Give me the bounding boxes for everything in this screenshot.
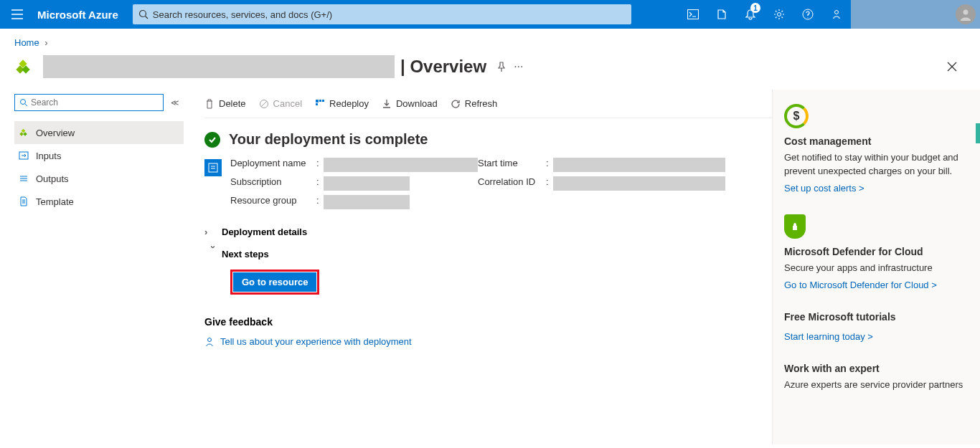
- redeploy-button[interactable]: Redeploy: [315, 98, 369, 109]
- sidebar-item-label: Inputs: [36, 151, 61, 161]
- delete-label: Delete: [219, 98, 246, 109]
- notif-badge: 1: [750, 3, 760, 13]
- svg-rect-15: [316, 100, 319, 103]
- redacted-value: [324, 158, 478, 172]
- section-title: Microsoft Defender for Cloud: [784, 246, 969, 257]
- delete-button[interactable]: Delete: [204, 98, 246, 109]
- cloud-shell-icon[interactable]: [679, 0, 707, 29]
- field-label: Start time: [478, 158, 546, 172]
- more-icon[interactable]: ···: [514, 60, 523, 73]
- svg-point-20: [208, 338, 212, 341]
- center-pane: Delete Cancel Redeploy Download Refresh: [186, 90, 772, 444]
- feedback-link-label: Tell us about your experience with deplo…: [220, 336, 412, 347]
- header-right: 1: [679, 0, 980, 29]
- section-title: Cost management: [784, 135, 969, 147]
- section-title: Work with an expert: [784, 363, 969, 374]
- breadcrumb: Home ›: [0, 29, 980, 51]
- help-icon[interactable]: [793, 0, 822, 29]
- tutorials-link[interactable]: Start learning today >: [784, 331, 873, 342]
- inputs-icon: [17, 151, 30, 161]
- avatar-icon: [956, 4, 976, 24]
- cancel-button: Cancel: [259, 98, 302, 109]
- sidebar: ≪ Overview Inputs Outputs Template: [0, 90, 186, 444]
- page-header: | Overview ···: [0, 51, 980, 78]
- sidebar-item-label: Outputs: [36, 173, 69, 184]
- svg-rect-10: [19, 132, 24, 136]
- field-label: Deployment name: [230, 158, 316, 172]
- sidebar-collapse-icon[interactable]: ≪: [171, 98, 179, 108]
- close-icon[interactable]: [947, 62, 957, 72]
- sidebar-search[interactable]: [14, 94, 164, 111]
- deployment-icon: [204, 159, 222, 176]
- svg-point-5: [963, 10, 969, 15]
- feedback-heading: Give feedback: [204, 316, 772, 328]
- template-icon: [17, 196, 30, 206]
- svg-rect-19: [209, 163, 217, 172]
- overview-icon: [17, 128, 30, 138]
- refresh-button[interactable]: Refresh: [451, 98, 498, 109]
- hamburger-menu-icon[interactable]: [0, 9, 34, 19]
- resource-icon: [14, 55, 37, 78]
- field-label: Subscription: [230, 176, 316, 191]
- main-layout: ≪ Overview Inputs Outputs Template Delet…: [0, 90, 980, 444]
- svg-rect-18: [316, 103, 318, 105]
- deployment-details-expander[interactable]: › Deployment details: [204, 227, 772, 237]
- feedback-icon[interactable]: [822, 0, 851, 29]
- sidebar-item-label: Overview: [36, 128, 75, 138]
- svg-rect-17: [322, 100, 324, 102]
- redacted-value: [553, 158, 725, 172]
- redacted-value: [324, 195, 410, 209]
- global-search-input[interactable]: [153, 9, 626, 20]
- pin-icon[interactable]: [496, 62, 507, 72]
- expander-label: Deployment details: [222, 227, 307, 237]
- sidebar-item-template[interactable]: Template: [14, 190, 186, 213]
- colon: :: [546, 176, 549, 191]
- download-label: Download: [396, 98, 438, 109]
- svg-point-9: [21, 100, 26, 105]
- section-text: Get notified to stay within your budget …: [784, 151, 969, 178]
- breadcrumb-home[interactable]: Home: [14, 37, 39, 48]
- colon: :: [546, 158, 549, 172]
- sidebar-item-inputs[interactable]: Inputs: [14, 144, 186, 167]
- brand-label[interactable]: Microsoft Azure: [34, 9, 133, 21]
- colon: :: [316, 195, 319, 209]
- sidebar-item-outputs[interactable]: Outputs: [14, 167, 186, 190]
- defender-link[interactable]: Go to Microsoft Defender for Cloud >: [784, 280, 937, 290]
- section-text: Secure your apps and infrastructure: [784, 262, 969, 275]
- cost-alerts-link[interactable]: Set up cost alerts >: [784, 183, 864, 194]
- sidebar-item-label: Template: [36, 196, 74, 207]
- next-steps-expander[interactable]: › Next steps: [204, 249, 772, 259]
- go-to-resource-button[interactable]: Go to resource: [233, 272, 316, 292]
- global-search[interactable]: [133, 4, 631, 24]
- section-title: Free Microsoft tutorials: [784, 311, 969, 323]
- redeploy-label: Redeploy: [329, 98, 369, 109]
- redacted-value: [324, 176, 410, 191]
- field-label: Resource group: [230, 195, 316, 209]
- settings-icon[interactable]: [765, 0, 793, 29]
- shield-icon: [784, 214, 806, 239]
- details-block: Deployment name : Start time : Subscript…: [204, 158, 772, 209]
- sidebar-search-input[interactable]: [31, 97, 159, 108]
- svg-rect-12: [22, 129, 26, 133]
- directories-icon[interactable]: [707, 0, 736, 29]
- outputs-icon: [17, 173, 30, 184]
- check-icon: [204, 132, 220, 148]
- redacted-value: [553, 176, 725, 191]
- download-button[interactable]: Download: [382, 98, 438, 109]
- svg-rect-11: [23, 132, 27, 136]
- svg-rect-16: [319, 100, 321, 102]
- svg-rect-1: [688, 10, 699, 19]
- toolbar: Delete Cancel Redeploy Download Refresh: [204, 90, 772, 118]
- page-title: | Overview: [400, 57, 486, 77]
- deployment-name-redacted: [43, 55, 395, 78]
- svg-point-0: [139, 11, 146, 17]
- sidebar-item-overview[interactable]: Overview: [14, 121, 184, 144]
- right-panel: $ Cost management Get notified to stay w…: [772, 90, 980, 444]
- chevron-down-icon: ›: [208, 246, 219, 263]
- content-area: Delete Cancel Redeploy Download Refresh: [186, 90, 980, 444]
- feedback-link[interactable]: Tell us about your experience with deplo…: [204, 336, 772, 347]
- status-heading-row: Your deployment is complete: [204, 131, 772, 148]
- refresh-label: Refresh: [465, 98, 498, 109]
- notifications-icon[interactable]: 1: [736, 0, 765, 29]
- user-account[interactable]: [851, 0, 980, 29]
